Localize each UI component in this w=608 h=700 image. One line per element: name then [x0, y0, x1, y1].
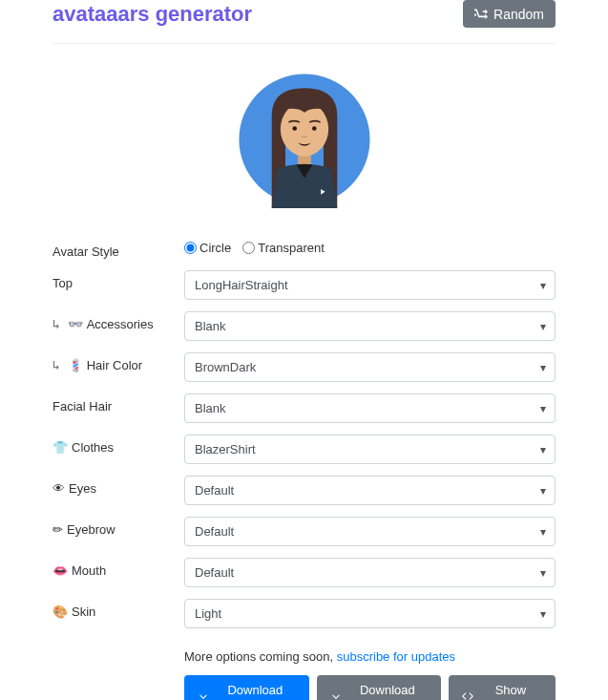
barber-icon: ↳ 💈 — [52, 358, 83, 372]
mouth-icon: 👄 — [52, 563, 68, 578]
row-mouth: 👄 Mouth Default — [52, 558, 556, 587]
row-clothes: 👕 Clothes BlazerShirt — [52, 435, 556, 464]
select-hair-color[interactable]: BrownDark — [184, 352, 556, 382]
pencil-icon: ✏ — [52, 522, 63, 537]
download-png-button[interactable]: Download PNG — [184, 675, 309, 700]
row-footer: More options coming soon, subscribe for … — [52, 640, 556, 700]
label-clothes: 👕 Clothes — [52, 435, 184, 455]
svg-point-4 — [312, 126, 317, 131]
label-accessories: ↳ 👓 Accessories — [52, 311, 184, 331]
select-skin[interactable]: Light — [184, 599, 556, 628]
avatar-image — [228, 63, 381, 216]
shuffle-icon — [474, 6, 488, 22]
page-title: avataaars generator — [52, 2, 252, 27]
download-icon — [330, 690, 342, 701]
show-react-button[interactable]: Show React — [449, 675, 556, 700]
more-options-text: More options coming soon, subscribe for … — [184, 649, 556, 664]
radio-circle-input[interactable] — [184, 242, 197, 254]
svg-point-3 — [292, 126, 297, 131]
select-eyebrow[interactable]: Default — [184, 517, 556, 546]
palette-icon: 🎨 — [52, 605, 68, 619]
label-mouth: 👄 Mouth — [52, 558, 184, 578]
label-top: Top — [52, 270, 184, 290]
select-eyes[interactable]: Default — [184, 476, 556, 505]
label-skin: 🎨 Skin — [52, 599, 184, 619]
code-icon — [462, 690, 473, 701]
row-hair-color: ↳ 💈 Hair Color BrownDark — [52, 352, 556, 382]
subscribe-link[interactable]: subscribe for updates — [337, 649, 455, 664]
eye-icon: 👁 — [52, 481, 65, 496]
random-button[interactable]: Random — [463, 0, 556, 28]
row-facial-hair: Facial Hair Blank — [52, 393, 556, 423]
random-button-label: Random — [493, 7, 544, 22]
label-avatar-style: Avatar Style — [52, 239, 184, 259]
row-eyebrow: ✏ Eyebrow Default — [52, 517, 556, 546]
row-eyes: 👁 Eyes Default — [52, 476, 556, 505]
radio-transparent[interactable]: Transparent — [242, 241, 325, 255]
download-svg-button[interactable]: Download SVG — [317, 675, 441, 700]
row-avatar-style: Avatar Style Circle Transparent — [52, 239, 556, 259]
select-top[interactable]: LongHairStraight — [184, 270, 556, 300]
shirt-icon: 👕 — [52, 440, 68, 455]
select-facial-hair[interactable]: Blank — [184, 393, 556, 423]
label-eyebrow: ✏ Eyebrow — [52, 517, 184, 537]
label-eyes: 👁 Eyes — [52, 476, 184, 496]
radio-transparent-input[interactable] — [242, 242, 255, 254]
header: avataaars generator Random — [52, 0, 556, 44]
avatar-preview — [52, 63, 556, 216]
row-top: Top LongHairStraight — [52, 270, 556, 300]
radio-circle[interactable]: Circle — [184, 241, 231, 255]
row-skin: 🎨 Skin Light — [52, 599, 556, 628]
label-facial-hair: Facial Hair — [52, 393, 184, 414]
select-clothes[interactable]: BlazerShirt — [184, 435, 556, 464]
select-mouth[interactable]: Default — [184, 558, 556, 587]
glasses-icon: ↳ 👓 — [52, 317, 83, 331]
row-accessories: ↳ 👓 Accessories Blank — [52, 311, 556, 341]
label-hair-color: ↳ 💈 Hair Color — [52, 352, 184, 372]
download-icon — [198, 690, 209, 701]
select-accessories[interactable]: Blank — [184, 311, 556, 341]
